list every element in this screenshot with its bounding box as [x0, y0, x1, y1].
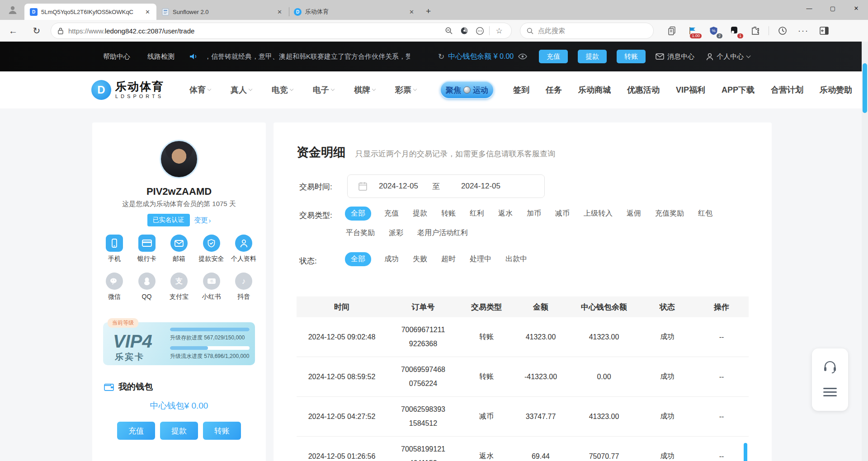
social-item-douyin[interactable]: ♪ 抖音: [230, 273, 258, 301]
announce-action-button[interactable]: 充值: [539, 50, 568, 63]
address-bar[interactable]: https://www.ledong842.cc:2087/user/trade…: [51, 23, 512, 39]
type-pill[interactable]: 减币: [554, 207, 571, 221]
more-page-actions-icon[interactable]: [472, 27, 487, 35]
date-from-value[interactable]: 2024-12-05: [379, 182, 432, 191]
personal-center-link[interactable]: 个人中心: [706, 52, 750, 61]
type-pill[interactable]: 提款: [412, 207, 428, 221]
status-pill[interactable]: 失败: [412, 252, 428, 266]
social-item-alipay[interactable]: 支 支付宝: [165, 273, 193, 301]
nav-menu-item[interactable]: 真人: [231, 85, 252, 95]
tab1-close-icon[interactable]: ✕: [143, 9, 152, 15]
help-center-link[interactable]: 帮助中心: [103, 52, 130, 61]
nav-menu-item[interactable]: 彩票: [395, 85, 416, 95]
tracking-prevention-icon[interactable]: [457, 27, 472, 35]
browser-profile-icon[interactable]: [4, 1, 22, 19]
type-pill[interactable]: 上级转入: [583, 207, 613, 221]
type-pill[interactable]: 转账: [440, 207, 457, 221]
status-pill[interactable]: 处理中: [469, 252, 492, 266]
announce-action-button[interactable]: 转账: [617, 50, 646, 63]
nav-link-item[interactable]: 合营计划: [771, 85, 803, 95]
browser-tab-2[interactable]: Sunflower 2.0 ✕: [156, 4, 288, 20]
type-pill[interactable]: 平台奖励: [345, 226, 376, 240]
table-scrollbar-thumb[interactable]: [744, 443, 747, 461]
wallet-action-button[interactable]: 充值: [117, 422, 155, 440]
nav-menu-item[interactable]: 体育: [189, 85, 211, 95]
browser-tab-3[interactable]: D 乐动体育 ✕: [288, 4, 420, 20]
browser-tab-1[interactable]: D 5LmQ5Yqo5L2T6IKyfOS5kOWKqC ✕: [24, 4, 156, 20]
type-pill[interactable]: 派彩: [388, 226, 404, 240]
zoom-out-icon[interactable]: [441, 27, 457, 35]
nav-link-item[interactable]: 签到: [513, 85, 529, 95]
table-row[interactable]: 2024-12-05 01:26:56 700581991214641152 返…: [297, 437, 749, 461]
verify-item-withdraw-safety[interactable]: 提款安全: [198, 235, 226, 263]
date-range-picker[interactable]: 2024-12-05 至 2024-12-05: [347, 174, 545, 198]
page-scrollbar-thumb[interactable]: [863, 63, 867, 113]
type-pill[interactable]: 全部: [345, 207, 371, 221]
type-pill[interactable]: 红利: [469, 207, 485, 221]
social-item-qq[interactable]: QQ: [133, 273, 161, 301]
copy-pages-icon[interactable]: [663, 23, 681, 39]
type-pill[interactable]: 充值奖励: [654, 207, 685, 221]
announce-action-button[interactable]: 提款: [578, 50, 607, 63]
eye-icon[interactable]: [518, 53, 527, 60]
wallet-refresh-icon[interactable]: ↻: [438, 52, 444, 61]
nav-link-item[interactable]: 优惠活动: [627, 85, 660, 95]
line-check-link[interactable]: 线路检测: [147, 52, 175, 61]
table-row[interactable]: 2024-12-05 08:59:52 700695974680756224 转…: [297, 357, 749, 397]
notification-extension-icon[interactable]: 1: [725, 23, 743, 39]
wallet-action-button[interactable]: 转账: [203, 422, 241, 440]
maximize-button[interactable]: ▢: [821, 0, 844, 16]
close-button[interactable]: ✕: [844, 0, 868, 16]
focus-sports-button[interactable]: 聚焦 运动: [440, 81, 494, 99]
minimize-button[interactable]: —: [797, 0, 821, 16]
nav-link-item[interactable]: 任务: [546, 85, 562, 95]
flag-extension-icon[interactable]: 1.00: [684, 23, 702, 39]
user-avatar[interactable]: [160, 140, 198, 179]
wallet-action-button[interactable]: 提款: [160, 422, 198, 440]
refresh-icon[interactable]: ↻: [29, 25, 44, 36]
type-pill[interactable]: 返水: [497, 207, 514, 221]
sidebar-panel-icon[interactable]: [815, 23, 833, 39]
change-link[interactable]: 变更 ›: [194, 216, 211, 225]
nav-menu-item[interactable]: 电竞: [272, 85, 293, 95]
status-pill[interactable]: 超时: [440, 252, 457, 266]
menu-hamburger-icon[interactable]: [823, 386, 837, 399]
type-pill[interactable]: 红包: [697, 207, 713, 221]
tab3-close-icon[interactable]: ✕: [407, 9, 416, 15]
type-pill[interactable]: 充值: [383, 207, 400, 221]
customer-service-headset-icon[interactable]: [823, 361, 837, 374]
new-tab-button[interactable]: +: [426, 6, 431, 16]
verify-item-phone[interactable]: 手机: [100, 235, 128, 263]
table-row[interactable]: 2024-12-05 09:02:48 700696712119226368 转…: [297, 317, 749, 357]
site-logo[interactable]: D 乐动体育 LDSPORTS: [91, 80, 164, 100]
favorite-star-icon[interactable]: ☆: [491, 26, 507, 36]
status-pill[interactable]: 出款中: [505, 252, 528, 266]
settings-more-icon[interactable]: ···: [794, 23, 812, 39]
type-pill[interactable]: 返佣: [626, 207, 642, 221]
status-pill[interactable]: 成功: [383, 252, 400, 266]
social-item-xiaohongshu[interactable]: 书 小红书: [198, 273, 226, 301]
nav-link-item[interactable]: VIP福利: [676, 85, 705, 95]
verify-item-profile[interactable]: 个人资料: [230, 235, 258, 263]
extensions-puzzle-icon[interactable]: [746, 23, 764, 39]
back-icon[interactable]: ←: [5, 26, 21, 36]
nav-menu-item[interactable]: 电子: [313, 85, 334, 95]
history-icon[interactable]: [774, 23, 792, 39]
table-row[interactable]: 2024-12-05 04:27:52 700625983931584512 减…: [297, 397, 749, 437]
nav-link-item[interactable]: 乐动赞助: [820, 85, 852, 95]
date-to-value[interactable]: 2024-12-05: [461, 182, 500, 191]
nav-link-item[interactable]: 乐动商城: [578, 85, 611, 95]
type-pill[interactable]: 加币: [526, 207, 542, 221]
verify-item-email[interactable]: 邮箱: [165, 235, 193, 263]
social-item-wechat[interactable]: 微信: [100, 273, 128, 301]
search-box[interactable]: 点此搜索: [520, 23, 654, 39]
status-pill[interactable]: 全部: [345, 252, 371, 266]
tab2-close-icon[interactable]: ✕: [275, 9, 284, 15]
verify-item-bankcard[interactable]: 银行卡: [133, 235, 161, 263]
nav-menu-item[interactable]: 棋牌: [354, 85, 375, 95]
message-center-link[interactable]: 消息中心: [656, 52, 694, 61]
shield-extension-icon[interactable]: % 2: [704, 23, 722, 39]
type-pill[interactable]: 老用户活动红利: [416, 226, 469, 240]
page-scrollbar[interactable]: [862, 42, 868, 461]
nav-link-item[interactable]: APP下载: [722, 85, 755, 95]
